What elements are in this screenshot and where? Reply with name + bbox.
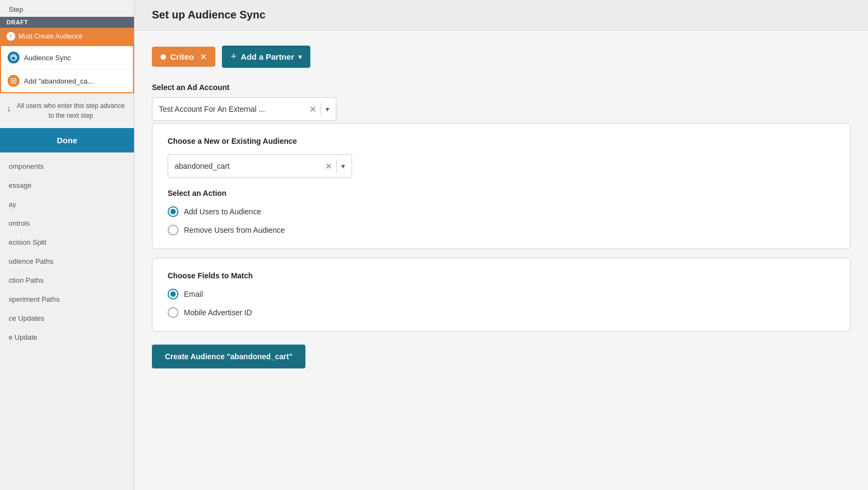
sidebar-nav-ce-updates[interactable]: ce Updates [0,309,134,328]
ad-account-select[interactable]: Test Account For An External ... ✕ ▾ [152,97,336,121]
audience-clear-icon[interactable]: ✕ [325,161,332,171]
sidebar-nav-e-update[interactable]: e Update [0,328,134,347]
ad-account-dropdown-icon[interactable]: ▾ [326,105,329,113]
mobile-id-radio-outer[interactable] [168,307,178,318]
done-button[interactable]: Done [0,128,134,152]
partner-row: Criteo ✕ + Add a Partner ▾ [152,46,851,68]
remove-users-radio-outer[interactable] [168,225,178,236]
audience-value: abandoned_cart [175,162,325,170]
sidebar-nav-controls[interactable]: ontrols [0,214,134,233]
audience-select[interactable]: abandoned_cart ✕ ▾ [168,154,352,178]
criteo-dot [161,54,166,60]
ad-account-label: Select an Ad Account [152,83,851,92]
sidebar-steps-box: Audience Sync Add "abandoned_ca... [0,45,134,93]
audience-action-card: Choose a New or Existing Audience abando… [152,123,851,249]
ad-account-divider [321,103,321,116]
add-partner-label: Add a Partner [241,52,294,61]
add-users-radio-outer[interactable] [168,206,178,217]
email-label: Email [184,290,203,298]
add-users-label: Add Users to Audience [184,207,261,216]
sidebar-item-add-abandoned[interactable]: Add "abandoned_ca... [1,69,133,92]
action-label: Select an Action [168,189,835,198]
page-title: Set up Audience Sync [152,9,851,21]
sidebar-nav-action-paths[interactable]: ction Paths [0,271,134,290]
main-header: Set up Audience Sync [135,0,868,30]
add-users-radio-inner [170,209,176,214]
must-create-label: Must Create Audience [18,33,82,40]
sidebar-nav-delay[interactable]: ay [0,195,134,214]
sidebar-nav-components[interactable]: omponents [0,157,134,176]
main-content: Set up Audience Sync Criteo ✕ + Add a Pa… [135,0,868,490]
draft-badge: DRAFT [0,17,134,28]
audience-sync-label: Audience Sync [24,54,71,62]
fields-card: Choose Fields to Match Email Mobile Adve… [152,258,851,332]
main-body: Criteo ✕ + Add a Partner ▾ Select an Ad … [135,30,868,490]
ad-account-value: Test Account For An External ... [159,105,309,113]
sidebar: Step DRAFT ! Must Create Audience Audien… [0,0,135,490]
email-radio-inner [170,291,176,297]
mobile-id-label: Mobile Advertiser ID [184,308,252,317]
ad-account-clear-icon[interactable]: ✕ [309,104,316,114]
add-abandoned-icon [8,75,20,87]
mobile-id-radio[interactable]: Mobile Advertiser ID [168,307,835,318]
step-label: Step [0,0,134,17]
sidebar-nav-experiment-paths[interactable]: xperiment Paths [0,290,134,309]
fields-radio-group: Email Mobile Advertiser ID [168,289,835,318]
criteo-partner-button[interactable]: Criteo ✕ [152,47,215,67]
sidebar-nav-decision-split[interactable]: ecision Split [0,233,134,252]
sidebar-item-audience-sync[interactable]: Audience Sync [1,46,133,69]
action-radio-group: Add Users to Audience Remove Users from … [168,206,835,236]
warning-icon: ! [7,32,15,41]
fields-label: Choose Fields to Match [168,271,835,280]
plus-icon: + [231,51,237,62]
must-create-banner: ! Must Create Audience [0,28,134,45]
sidebar-nav-message[interactable]: essage [0,176,134,195]
email-radio[interactable]: Email [168,289,835,300]
add-abandoned-label: Add "abandoned_ca... [24,77,93,85]
audience-divider [336,160,337,173]
ad-account-section: Select an Ad Account Test Account For An… [152,83,851,121]
create-audience-button[interactable]: Create Audience "abandoned_cart" [152,345,305,368]
criteo-close-icon[interactable]: ✕ [200,53,207,61]
sidebar-nav: omponents essage ay ontrols ecision Spli… [0,152,134,351]
audience-sync-icon [8,52,20,63]
criteo-label: Criteo [170,52,194,61]
add-partner-button[interactable]: + Add a Partner ▾ [222,46,310,68]
add-users-radio[interactable]: Add Users to Audience [168,206,835,217]
remove-users-radio[interactable]: Remove Users from Audience [168,225,835,236]
audience-dropdown-icon[interactable]: ▾ [341,162,345,170]
sidebar-nav-audience-paths[interactable]: udience Paths [0,252,134,271]
audience-card-label: Choose a New or Existing Audience [168,137,835,145]
advance-note: ↓ All users who enter this step advance … [0,93,134,128]
remove-users-label: Remove Users from Audience [184,226,285,234]
chevron-down-icon: ▾ [298,53,302,61]
email-radio-outer[interactable] [168,289,178,300]
